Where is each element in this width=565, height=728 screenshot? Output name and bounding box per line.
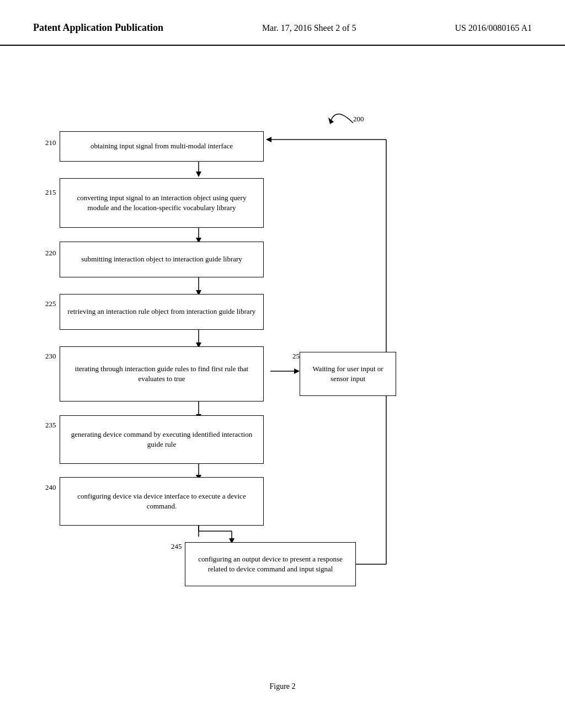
label-220: 220 xyxy=(45,249,56,258)
label-215: 215 xyxy=(45,188,56,197)
svg-marker-22 xyxy=(294,368,300,374)
label-230: 230 xyxy=(45,352,56,361)
label-210: 210 xyxy=(45,138,56,147)
box-245: configuring an output device to present … xyxy=(185,542,356,586)
box-225: retrieving an interaction rule object fr… xyxy=(60,294,264,330)
svg-marker-24 xyxy=(328,117,334,124)
page-header: Patent Application Publication Mar. 17, … xyxy=(0,0,565,46)
label-240: 240 xyxy=(45,483,56,492)
svg-marker-20 xyxy=(266,137,271,142)
box-250: Waiting for user input or sensor input xyxy=(300,352,396,396)
publication-label: Patent Application Publication xyxy=(33,22,163,34)
label-245: 245 xyxy=(171,542,182,551)
box-220: submitting interaction object to interac… xyxy=(60,242,264,277)
svg-marker-1 xyxy=(196,172,201,177)
box-230: iterating through interaction guide rule… xyxy=(60,346,264,402)
box-235: generating device command by executing i… xyxy=(60,415,264,464)
patent-number-label: US 2016/0080165 A1 xyxy=(455,23,532,33)
diagram-area: 210 215 220 225 230 235 240 245 250 200 … xyxy=(0,46,565,708)
label-225: 225 xyxy=(45,299,56,308)
box-240: configuring device via device interface … xyxy=(60,477,264,526)
figure-caption: Figure 2 xyxy=(0,682,565,691)
date-sheet-label: Mar. 17, 2016 Sheet 2 of 5 xyxy=(262,23,356,33)
box-215: converting input signal to an interactio… xyxy=(60,178,264,228)
ref-arrow-svg xyxy=(320,101,403,145)
label-235: 235 xyxy=(45,421,56,430)
box-210: obtaining input signal from multi-modal … xyxy=(60,131,264,162)
